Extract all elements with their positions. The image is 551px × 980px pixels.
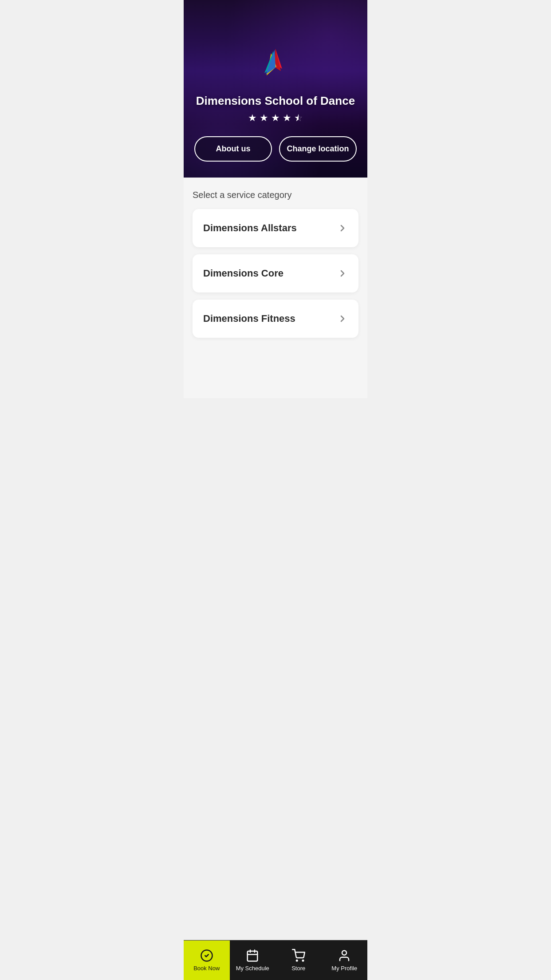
hero-content: Dimensions School of Dance ★ ★ ★ ★ ☆ Abo…: [184, 94, 367, 162]
chevron-right-icon: [337, 313, 348, 324]
star-5: ☆: [294, 112, 303, 124]
category-card-core[interactable]: Dimensions Core: [193, 254, 358, 292]
school-name: Dimensions School of Dance: [196, 94, 355, 108]
change-location-button[interactable]: Change location: [279, 136, 357, 162]
star-1: ★: [248, 112, 257, 124]
about-us-button[interactable]: About us: [194, 136, 272, 162]
chevron-right-icon: [337, 268, 348, 279]
hero-buttons: About us Change location: [184, 136, 367, 162]
category-name-fitness: Dimensions Fitness: [203, 313, 295, 324]
rating-stars: ★ ★ ★ ★ ☆: [248, 112, 303, 124]
chevron-right-icon: [337, 223, 348, 233]
star-2: ★: [260, 112, 268, 124]
star-3: ★: [271, 112, 280, 124]
main-content: Select a service category Dimensions All…: [184, 178, 367, 398]
category-name-allstars: Dimensions Allstars: [203, 222, 297, 234]
category-card-allstars[interactable]: Dimensions Allstars: [193, 209, 358, 247]
svg-marker-4: [266, 50, 276, 75]
school-logo: [258, 44, 293, 89]
star-4: ★: [283, 112, 291, 124]
section-label: Select a service category: [193, 190, 358, 200]
hero-section: Dimensions School of Dance ★ ★ ★ ★ ☆ Abo…: [184, 0, 367, 178]
category-name-core: Dimensions Core: [203, 268, 283, 279]
category-card-fitness[interactable]: Dimensions Fitness: [193, 300, 358, 338]
